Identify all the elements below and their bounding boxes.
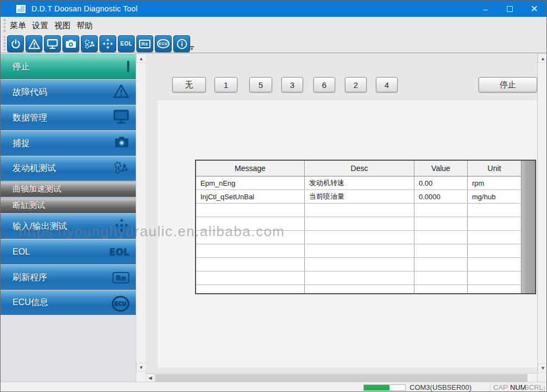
table-header-row: Message Desc Value Unit [196, 161, 521, 176]
stop-icon [127, 62, 129, 72]
cylinder-3-button[interactable]: 3 [281, 77, 303, 92]
table-row-empty[interactable] [196, 271, 521, 285]
sidebar-scroll-up-icon[interactable]: ▲ [136, 54, 146, 63]
caps-lock-indicator: CAP [493, 383, 508, 391]
eol-toolbar-button[interactable]: EOL [118, 35, 135, 52]
close-button[interactable]: ✕ [522, 1, 546, 17]
table-row[interactable]: Epm_nEng 发动机转速 0.00 rpm [196, 176, 521, 190]
power-toolbar-button[interactable] [7, 35, 24, 52]
ecu-info-toolbar-button[interactable]: ECU [155, 35, 172, 52]
cylinder-5-button[interactable]: 5 [249, 77, 272, 92]
engine-test-icon [84, 39, 96, 49]
table-row-empty[interactable] [196, 285, 521, 294]
capture-toolbar-button[interactable] [62, 35, 79, 52]
info-toolbar-button[interactable] [173, 35, 190, 52]
app-window: D.D.T Doosan Diagnostic Tool – ✕ 菜单 设置 视… [0, 0, 547, 392]
window-title: D.D.T Doosan Diagnostic Tool [32, 4, 137, 13]
monitor-icon [113, 109, 129, 127]
toolbar-grip[interactable] [4, 36, 5, 50]
data-manage-toolbar-button[interactable] [44, 35, 61, 52]
main-scroll-up-icon[interactable]: ▲ [538, 54, 547, 63]
sidebar-item-stop[interactable]: 停止 [1, 54, 136, 79]
info-icon [177, 39, 187, 49]
sidebar-item-io-test[interactable]: 输入/输出测试 [1, 214, 136, 239]
table-row-empty[interactable] [196, 217, 521, 231]
menubar-grip[interactable] [4, 19, 5, 32]
sidebar-scrollbar[interactable]: ▲ ▼ [136, 54, 146, 382]
menu-bar: 菜单 设置 视图 帮助 [1, 17, 546, 34]
table-row-empty[interactable] [196, 244, 521, 258]
sidebar-scroll-down-icon[interactable]: ▼ [136, 363, 146, 372]
io-test-icon [102, 38, 114, 49]
sidebar-item-cylinder-cut-test[interactable]: 断缸测试 [1, 198, 136, 213]
status-bar: COM3(USBSER00) CAP NUM SCRL [1, 382, 546, 392]
sidebar-item-crank-accel-test[interactable]: 曲轴加速测试 [1, 181, 136, 197]
progress-fill [364, 385, 389, 390]
sidebar: 停止 故障代码 数据管理 捕捉 [1, 54, 136, 382]
main-vertical-scrollbar[interactable]: ▲ ▼ [537, 54, 547, 382]
column-header-unit[interactable]: Unit [468, 161, 521, 176]
resize-grip[interactable] [539, 386, 545, 392]
main-panel: 无 1 5 3 6 2 4 停止 Message Desc Value Unit… [146, 54, 537, 382]
table-row-empty[interactable] [196, 204, 521, 217]
title-bar: D.D.T Doosan Diagnostic Tool – ✕ [1, 1, 546, 17]
connection-progress-bar [363, 384, 406, 391]
sidebar-item-capture[interactable]: 捕捉 [1, 131, 136, 156]
column-header-desc[interactable]: Desc [305, 161, 414, 176]
table-row[interactable]: InjCtl_qSetUnBal 当前喷油量 0.0000 mg/hub [196, 190, 521, 204]
sidebar-item-ecu-info[interactable]: ECU信息 ECU [1, 290, 136, 315]
menu-item-settings[interactable]: 设置 [30, 17, 51, 34]
sidebar-item-fault-codes[interactable]: 故障代码 [1, 80, 136, 105]
table-scrollbar[interactable] [521, 161, 535, 293]
measurement-table: Message Desc Value Unit Epm_nEng 发动机转速 0… [195, 160, 536, 294]
menu-item-view[interactable]: 视图 [52, 17, 73, 34]
table-row-empty[interactable] [196, 258, 521, 271]
io-test-icon [114, 218, 129, 235]
ecu-icon: ECU [157, 39, 169, 48]
engine-test-toolbar-button[interactable] [81, 35, 98, 52]
engine-test-icon [113, 160, 129, 177]
main-horizontal-scrollbar[interactable]: ◀ [146, 373, 537, 382]
sidebar-item-reflash[interactable]: 刷新程序 Re [1, 265, 136, 290]
fault-codes-toolbar-button[interactable] [26, 35, 42, 52]
cylinder-4-button[interactable]: 4 [376, 77, 398, 92]
toolbar: EOL Re ECU ▾ [1, 34, 546, 53]
sidebar-item-engine-test[interactable]: 发动机测试 [1, 156, 136, 181]
table-row-empty[interactable] [196, 231, 521, 244]
eol-icon: EOL [109, 246, 129, 257]
reflash-toolbar-button[interactable]: Re [136, 35, 153, 52]
ecu-icon: ECU [112, 298, 129, 308]
horizontal-scroll-thumb[interactable] [155, 374, 527, 382]
com-port-status: COM3(USBSER00) [410, 383, 471, 391]
cylinder-none-button[interactable]: 无 [172, 77, 206, 92]
menu-item-menu[interactable]: 菜单 [8, 17, 28, 34]
maximize-icon [507, 6, 513, 12]
maximize-button[interactable] [498, 1, 522, 17]
sidebar-item-eol[interactable]: EOL EOL [1, 239, 136, 264]
monitor-icon [47, 39, 58, 49]
cylinder-1-button[interactable]: 1 [215, 77, 237, 92]
main-scroll-down-icon[interactable]: ▼ [538, 363, 547, 372]
sidebar-item-data-manage[interactable]: 数据管理 [1, 105, 136, 130]
camera-icon [114, 136, 129, 151]
cylinder-6-button[interactable]: 6 [313, 77, 335, 92]
column-header-message[interactable]: Message [196, 161, 305, 176]
warning-icon [28, 39, 40, 49]
reflash-icon: Re [139, 40, 150, 48]
minimize-button[interactable]: – [473, 1, 498, 17]
scroll-left-icon[interactable]: ◀ [146, 374, 155, 382]
reflash-icon: Re [112, 273, 129, 282]
power-icon [10, 39, 21, 49]
camera-icon [65, 39, 77, 49]
warning-icon [113, 84, 129, 101]
io-test-toolbar-button[interactable] [99, 35, 116, 52]
stop-test-button[interactable]: 停止 [479, 77, 537, 92]
menu-item-help[interactable]: 帮助 [74, 17, 95, 34]
column-header-value[interactable]: Value [414, 161, 468, 176]
toolbar-overflow-button[interactable]: ▾ [188, 46, 195, 53]
client-area: 停止 故障代码 数据管理 捕捉 [1, 54, 547, 382]
app-icon [16, 5, 26, 13]
eol-icon: EOL [120, 41, 132, 47]
cylinder-2-button[interactable]: 2 [345, 77, 367, 92]
